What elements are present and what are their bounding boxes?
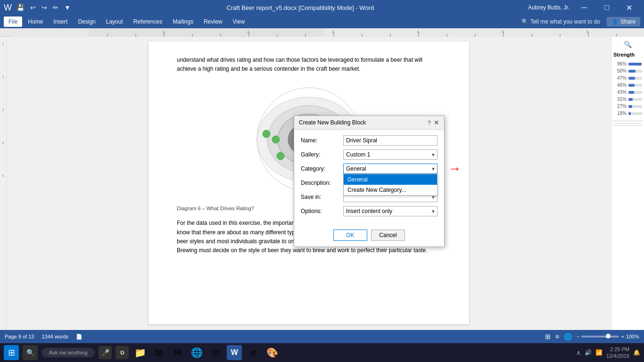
dialog-name-label: Name: (301, 137, 343, 144)
left-margin: 1 2 3 4 5 (0, 37, 7, 349)
zoom-in-button[interactable]: + (621, 334, 624, 339)
bar-fill-7 (628, 105, 632, 108)
zoom-level: 100% (626, 334, 639, 339)
customize-icon[interactable]: ✏ (51, 3, 60, 12)
svg-text:3: 3 (332, 30, 334, 34)
undo-icon[interactable]: ↩ (28, 3, 38, 12)
tab-layout[interactable]: Layout (101, 16, 128, 27)
search-label: Tell me what you want to do (530, 18, 600, 25)
svg-text:1: 1 (162, 30, 165, 34)
bar-pct-6: 31% (613, 97, 627, 102)
status-view-web-icon[interactable]: 🌐 (564, 333, 572, 340)
taskbar-mail-icon[interactable]: ✉ (170, 345, 185, 360)
store-icon: 🛍 (154, 347, 164, 358)
status-page: Page 9 of 13 (5, 334, 34, 339)
taskbar-cortana-icon[interactable]: 🎤 (99, 346, 112, 359)
paint-icon: 🎨 (266, 347, 278, 358)
dropdown-item-general[interactable]: General (344, 174, 437, 185)
taskbar-search-box[interactable]: Ask me anything (41, 348, 95, 357)
status-view-print-icon[interactable]: ⊞ (545, 333, 551, 340)
save-icon[interactable]: 💾 (15, 3, 26, 12)
tab-insert[interactable]: Insert (49, 16, 72, 27)
ruler-area: 1 2 3 4 5 6 (13, 28, 644, 36)
close-button[interactable]: ✕ (619, 0, 640, 15)
dialog-title-buttons: ? ✕ (428, 119, 439, 126)
tab-design[interactable]: Design (73, 16, 100, 27)
bar-fill-8 (628, 112, 631, 115)
svg-text:2: 2 (247, 30, 249, 34)
dialog-close-button[interactable]: ✕ (434, 119, 439, 126)
tab-file[interactable]: File (4, 16, 22, 27)
taskbar-word-icon[interactable]: W (227, 345, 242, 360)
svg-point-34 (263, 130, 270, 138)
tab-references[interactable]: References (129, 16, 167, 27)
taskbar-edge-icon[interactable]: e (246, 345, 261, 360)
taskbar-paint-icon[interactable]: 🎨 (264, 345, 280, 360)
person-icon: 👤 (611, 18, 619, 25)
network-icon[interactable]: 📶 (595, 349, 603, 356)
doc-text-intro: understand what drives rating and how ca… (177, 56, 441, 74)
svg-text:6: 6 (586, 30, 589, 34)
taskbar-explorer-icon[interactable]: 📁 (132, 345, 148, 360)
dialog-help-button[interactable]: ? (428, 119, 431, 126)
dropdown-item-create-new-category[interactable]: Create New Category... (344, 185, 437, 195)
redo-icon[interactable]: ↪ (40, 3, 49, 12)
panel-search-icon[interactable]: 🔍 (613, 41, 642, 48)
share-label: Share (620, 18, 636, 25)
bar-pct-1: 96% (613, 61, 627, 66)
bar-bg-5 (628, 91, 642, 94)
dialog-gallery-select[interactable]: Custom 1 (343, 149, 438, 160)
dialog-options-select[interactable]: Insert content only (343, 206, 438, 216)
dialog-ok-button[interactable]: OK (333, 230, 367, 241)
dialog-name-row: Name: (301, 135, 438, 146)
bar-fill-2 (628, 70, 636, 73)
search-taskbar-button[interactable]: 🔍 (23, 345, 38, 360)
taskbar-store-icon[interactable]: 🛍 (151, 345, 166, 360)
tray-up-arrow-icon[interactable]: ∧ (576, 349, 581, 356)
word-taskbar-icon: W (231, 348, 238, 357)
taskbar-firefox-icon[interactable]: 🌐 (189, 345, 204, 360)
dialog-title: Create New Building Block (299, 119, 366, 126)
notification-icon[interactable]: 🔔 (633, 349, 640, 356)
tab-review[interactable]: Review (199, 16, 227, 27)
share-button[interactable]: 👤 Share (607, 17, 640, 26)
status-right: ⊞ ≡ 🌐 − + 100% (545, 333, 639, 340)
start-button[interactable]: ⊞ (4, 345, 19, 360)
bar-row-2: 50% (613, 68, 642, 74)
svg-text:4: 4 (417, 30, 419, 34)
panel-lines (613, 121, 642, 126)
taskbar-task-view[interactable]: ⧉ (116, 346, 129, 359)
tab-mailings[interactable]: Mailings (168, 16, 198, 27)
bar-pct-4: 46% (613, 82, 627, 88)
dropdown-arrow-icon[interactable]: ▼ (62, 3, 73, 12)
tab-home[interactable]: Home (23, 16, 48, 27)
task-view-icon: ⧉ (120, 349, 124, 356)
dialog-options-label: Options: (301, 208, 343, 214)
create-building-block-dialog: Create New Building Block ? ✕ Name: Gall… (294, 115, 445, 247)
user-name: Aubrey Butts, Jr. (528, 4, 570, 11)
bar-fill-6 (628, 98, 633, 101)
right-panel: 🔍 Strength 96% 50% 47% 46% 43% (611, 37, 644, 349)
status-words: 1344 words (41, 334, 68, 339)
dialog-category-select-wrap: General ▼ General Create New Category... (343, 164, 438, 174)
maximize-button[interactable]: □ (596, 0, 618, 15)
ribbon-search[interactable]: 🔍 Tell me what you want to do (521, 18, 600, 25)
status-view-read-icon[interactable]: ≡ (555, 333, 559, 340)
svg-point-35 (277, 152, 284, 160)
taskbar-chrome-icon[interactable]: ⊙ (208, 345, 223, 360)
margin-num-4: 4 (2, 140, 4, 145)
dialog-gallery-label: Gallery: (301, 151, 343, 158)
bar-bg-1 (628, 63, 642, 66)
zoom-out-button[interactable]: − (577, 334, 579, 339)
zoom-slider[interactable] (581, 336, 619, 337)
bar-bg-3 (628, 77, 642, 80)
dialog-name-input[interactable] (343, 135, 438, 146)
dialog-cancel-button[interactable]: Cancel (371, 230, 405, 241)
minimize-button[interactable]: ─ (573, 0, 595, 15)
tab-view[interactable]: View (228, 16, 250, 27)
speaker-icon[interactable]: 🔊 (585, 349, 592, 356)
bar-row-6: 31% (613, 97, 642, 102)
title-bar-right: Aubrey Butts, Jr. ─ □ ✕ (528, 0, 640, 15)
bar-row-7: 27% (613, 104, 642, 109)
dialog-category-select[interactable]: General (343, 164, 438, 174)
